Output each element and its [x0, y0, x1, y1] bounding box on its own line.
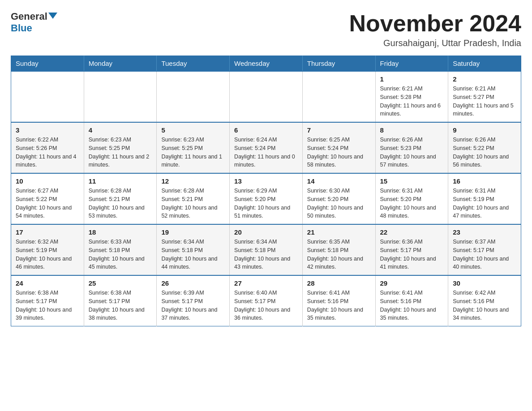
weekday-header-thursday: Thursday: [302, 56, 375, 72]
day-info: Sunrise: 6:21 AM Sunset: 5:27 PM Dayligh…: [453, 85, 516, 118]
day-info: Sunrise: 6:30 AM Sunset: 5:20 PM Dayligh…: [307, 187, 371, 220]
day-info: Sunrise: 6:34 AM Sunset: 5:18 PM Dayligh…: [234, 238, 298, 271]
page-subtitle: Gursahaiganj, Uttar Pradesh, India: [349, 38, 521, 48]
logo: General Blue: [11, 11, 57, 34]
day-number: 27: [234, 279, 298, 287]
day-info: Sunrise: 6:26 AM Sunset: 5:23 PM Dayligh…: [380, 136, 444, 169]
day-number: 28: [307, 279, 371, 287]
day-number: 1: [380, 75, 444, 83]
day-number: 20: [234, 228, 298, 236]
day-info: Sunrise: 6:27 AM Sunset: 5:22 PM Dayligh…: [16, 187, 79, 220]
day-number: 18: [89, 228, 152, 236]
day-info: Sunrise: 6:41 AM Sunset: 5:16 PM Dayligh…: [307, 289, 371, 322]
logo-general-text: General: [11, 11, 47, 22]
calendar-cell: 10Sunrise: 6:27 AM Sunset: 5:22 PM Dayli…: [11, 173, 84, 224]
calendar-cell: 28Sunrise: 6:41 AM Sunset: 5:16 PM Dayli…: [302, 275, 375, 326]
calendar-cell: 9Sunrise: 6:26 AM Sunset: 5:22 PM Daylig…: [448, 122, 521, 173]
day-number: 25: [89, 279, 152, 287]
day-info: Sunrise: 6:22 AM Sunset: 5:26 PM Dayligh…: [16, 136, 79, 169]
calendar-week-row: 3Sunrise: 6:22 AM Sunset: 5:26 PM Daylig…: [11, 122, 521, 173]
day-number: 22: [380, 228, 444, 236]
day-info: Sunrise: 6:42 AM Sunset: 5:16 PM Dayligh…: [453, 289, 516, 322]
calendar-cell: 19Sunrise: 6:34 AM Sunset: 5:18 PM Dayli…: [157, 224, 230, 275]
day-number: 29: [380, 279, 444, 287]
calendar-cell: [157, 71, 230, 122]
day-info: Sunrise: 6:34 AM Sunset: 5:18 PM Dayligh…: [161, 238, 225, 271]
day-number: 14: [307, 177, 371, 185]
day-number: 11: [89, 177, 152, 185]
calendar-cell: [230, 71, 303, 122]
day-number: 15: [380, 177, 444, 185]
day-number: 6: [234, 126, 298, 134]
day-info: Sunrise: 6:23 AM Sunset: 5:25 PM Dayligh…: [161, 136, 225, 169]
calendar-cell: 30Sunrise: 6:42 AM Sunset: 5:16 PM Dayli…: [448, 275, 521, 326]
calendar-week-row: 1Sunrise: 6:21 AM Sunset: 5:28 PM Daylig…: [11, 71, 521, 122]
calendar-cell: 8Sunrise: 6:26 AM Sunset: 5:23 PM Daylig…: [375, 122, 448, 173]
day-info: Sunrise: 6:23 AM Sunset: 5:25 PM Dayligh…: [89, 136, 152, 169]
day-info: Sunrise: 6:28 AM Sunset: 5:21 PM Dayligh…: [89, 187, 152, 220]
calendar-week-row: 24Sunrise: 6:38 AM Sunset: 5:17 PM Dayli…: [11, 275, 521, 326]
day-number: 17: [16, 228, 79, 236]
day-info: Sunrise: 6:40 AM Sunset: 5:17 PM Dayligh…: [234, 289, 298, 322]
day-number: 7: [307, 126, 371, 134]
calendar-cell: 18Sunrise: 6:33 AM Sunset: 5:18 PM Dayli…: [84, 224, 157, 275]
day-info: Sunrise: 6:21 AM Sunset: 5:28 PM Dayligh…: [380, 85, 444, 118]
day-info: Sunrise: 6:38 AM Sunset: 5:17 PM Dayligh…: [89, 289, 152, 322]
day-number: 12: [161, 177, 225, 185]
calendar-cell: 20Sunrise: 6:34 AM Sunset: 5:18 PM Dayli…: [230, 224, 303, 275]
calendar-cell: 29Sunrise: 6:41 AM Sunset: 5:16 PM Dayli…: [375, 275, 448, 326]
weekday-header-monday: Monday: [84, 56, 157, 72]
calendar-cell: 25Sunrise: 6:38 AM Sunset: 5:17 PM Dayli…: [84, 275, 157, 326]
day-info: Sunrise: 6:38 AM Sunset: 5:17 PM Dayligh…: [16, 289, 79, 322]
calendar-cell: 7Sunrise: 6:25 AM Sunset: 5:24 PM Daylig…: [302, 122, 375, 173]
calendar-week-row: 17Sunrise: 6:32 AM Sunset: 5:19 PM Dayli…: [11, 224, 521, 275]
page-header: General Blue November 2024 Gursahaiganj,…: [11, 11, 521, 48]
calendar-week-row: 10Sunrise: 6:27 AM Sunset: 5:22 PM Dayli…: [11, 173, 521, 224]
calendar-cell: 22Sunrise: 6:36 AM Sunset: 5:17 PM Dayli…: [375, 224, 448, 275]
day-number: 24: [16, 279, 79, 287]
day-number: 16: [453, 177, 516, 185]
logo-blue-text: Blue: [11, 22, 32, 34]
calendar-cell: 4Sunrise: 6:23 AM Sunset: 5:25 PM Daylig…: [84, 122, 157, 173]
page-title: November 2024: [349, 11, 521, 36]
day-info: Sunrise: 6:31 AM Sunset: 5:19 PM Dayligh…: [453, 187, 516, 220]
calendar-cell: 17Sunrise: 6:32 AM Sunset: 5:19 PM Dayli…: [11, 224, 84, 275]
calendar-cell: [84, 71, 157, 122]
day-info: Sunrise: 6:37 AM Sunset: 5:17 PM Dayligh…: [453, 238, 516, 271]
weekday-header-friday: Friday: [375, 56, 448, 72]
calendar-cell: 2Sunrise: 6:21 AM Sunset: 5:27 PM Daylig…: [448, 71, 521, 122]
logo-triangle-icon: [48, 13, 57, 19]
calendar-cell: 16Sunrise: 6:31 AM Sunset: 5:19 PM Dayli…: [448, 173, 521, 224]
day-info: Sunrise: 6:25 AM Sunset: 5:24 PM Dayligh…: [307, 136, 371, 169]
calendar-cell: 21Sunrise: 6:35 AM Sunset: 5:18 PM Dayli…: [302, 224, 375, 275]
calendar-cell: 23Sunrise: 6:37 AM Sunset: 5:17 PM Dayli…: [448, 224, 521, 275]
weekday-header-tuesday: Tuesday: [157, 56, 230, 72]
day-info: Sunrise: 6:24 AM Sunset: 5:24 PM Dayligh…: [234, 136, 298, 169]
day-number: 2: [453, 75, 516, 83]
day-number: 9: [453, 126, 516, 134]
calendar-cell: 6Sunrise: 6:24 AM Sunset: 5:24 PM Daylig…: [230, 122, 303, 173]
weekday-header-wednesday: Wednesday: [230, 56, 303, 72]
title-block: November 2024 Gursahaiganj, Uttar Prades…: [349, 11, 521, 48]
calendar-cell: 12Sunrise: 6:28 AM Sunset: 5:21 PM Dayli…: [157, 173, 230, 224]
day-info: Sunrise: 6:36 AM Sunset: 5:17 PM Dayligh…: [380, 238, 444, 271]
day-number: 3: [16, 126, 79, 134]
calendar-cell: 11Sunrise: 6:28 AM Sunset: 5:21 PM Dayli…: [84, 173, 157, 224]
day-info: Sunrise: 6:28 AM Sunset: 5:21 PM Dayligh…: [161, 187, 225, 220]
day-info: Sunrise: 6:26 AM Sunset: 5:22 PM Dayligh…: [453, 136, 516, 169]
day-number: 30: [453, 279, 516, 287]
day-info: Sunrise: 6:33 AM Sunset: 5:18 PM Dayligh…: [89, 238, 152, 271]
calendar-cell: 1Sunrise: 6:21 AM Sunset: 5:28 PM Daylig…: [375, 71, 448, 122]
calendar-header-row: SundayMondayTuesdayWednesdayThursdayFrid…: [11, 56, 521, 72]
day-number: 10: [16, 177, 79, 185]
day-info: Sunrise: 6:31 AM Sunset: 5:20 PM Dayligh…: [380, 187, 444, 220]
day-number: 19: [161, 228, 225, 236]
day-number: 4: [89, 126, 152, 134]
day-number: 8: [380, 126, 444, 134]
day-info: Sunrise: 6:41 AM Sunset: 5:16 PM Dayligh…: [380, 289, 444, 322]
day-info: Sunrise: 6:32 AM Sunset: 5:19 PM Dayligh…: [16, 238, 79, 271]
calendar-cell: [302, 71, 375, 122]
day-info: Sunrise: 6:29 AM Sunset: 5:20 PM Dayligh…: [234, 187, 298, 220]
day-number: 26: [161, 279, 225, 287]
day-number: 13: [234, 177, 298, 185]
